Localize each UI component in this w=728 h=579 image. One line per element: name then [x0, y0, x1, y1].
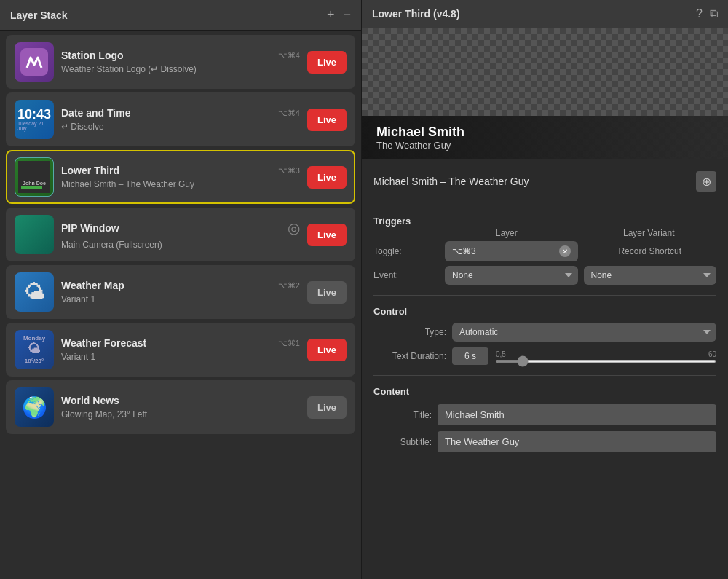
event-label: Event: — [373, 270, 439, 280]
live-btn-datetime[interactable]: Live — [307, 109, 347, 131]
layer-thumb-lowerthird: John Doe — [15, 157, 54, 197]
layer-name-lowerthird: Lower Third — [61, 165, 119, 176]
event-layer-dropdown[interactable]: None — [445, 266, 578, 285]
right-panel-title: Lower Third (v4.8) — [372, 8, 460, 20]
layer-sub-datetime: ↵ Dissolve — [61, 122, 300, 132]
toggle-label: Toggle: — [373, 246, 439, 256]
layer-info-world-news: World News Glowing Map, 23° Left — [61, 395, 300, 420]
control-label: Control — [373, 306, 716, 317]
triggers-label: Triggers — [373, 216, 716, 227]
col-variant-header: Layer Variant — [582, 228, 717, 238]
layer-shortcut-station-logo: ⌥⌘4 — [278, 51, 300, 60]
details-area: Michael Smith – The Weather Guy ⊕ Trigge… — [362, 159, 728, 579]
layer-sub-world-news: Glowing Map, 23° Left — [61, 409, 300, 420]
live-btn-weather-map[interactable]: Live — [307, 281, 347, 304]
toggle-shortcut-display: ⌥⌘3 ✕ — [445, 241, 578, 261]
expand-icon[interactable]: ⧉ — [710, 7, 718, 20]
layer-item-weather-map[interactable]: 🌤 Weather Map ⌥⌘2 Variant 1 Live — [6, 265, 355, 319]
layer-stack-actions: + − — [327, 7, 351, 23]
layer-thumb-datetime: 10:43 Tuesday 21 July — [15, 100, 54, 139]
layer-stack-title: Layer Stack — [10, 9, 68, 21]
layer-sub-weather-forecast: Variant 1 — [61, 352, 300, 362]
preview-title: Michael Smith — [376, 125, 713, 140]
event-variant-dropdown[interactable]: None — [584, 266, 717, 285]
right-header-icons: ? ⧉ — [696, 7, 718, 20]
event-layer-dropdown-wrap: None — [445, 266, 578, 285]
lt-bar — [21, 186, 42, 189]
event-variant-dropdown-wrap: None — [584, 266, 717, 285]
type-dropdown[interactable]: Automatic — [452, 323, 716, 342]
duration-value: 6 s — [452, 347, 488, 365]
preview-lower-third: Michael Smith The Weather Guy — [362, 116, 728, 159]
remove-layer-button[interactable]: − — [343, 7, 351, 23]
subtitle-input[interactable] — [438, 431, 716, 452]
layer-info-station-logo: Station Logo ⌥⌘4 Weather Station Logo (↵… — [61, 50, 300, 74]
add-layer-button[interactable]: + — [327, 7, 335, 23]
live-btn-lowerthird[interactable]: Live — [307, 166, 347, 189]
clear-shortcut-button[interactable]: ✕ — [559, 245, 571, 257]
layer-stack-panel: Layer Stack + − Station Logo ⌥⌘4 Weather — [0, 0, 362, 579]
layer-name-station-logo: Station Logo — [61, 50, 124, 61]
layer-item-date-time[interactable]: 10:43 Tuesday 21 July Date and Time ⌥⌘4 … — [6, 92, 355, 146]
layer-name-row-pip: PIP Window ◎ — [61, 219, 300, 237]
control-section: Control Type: Automatic Text Duration: 6… — [373, 306, 716, 365]
content-section: Content Title: Subtitle: — [373, 386, 716, 452]
layer-name-weather-forecast: Weather Forecast — [61, 337, 146, 349]
preview-subtitle: The Weather Guy — [376, 140, 713, 151]
layer-info-weather-forecast: Weather Forecast ⌥⌘1 Variant 1 — [61, 337, 300, 362]
forecast-thumb-label: Monday 🌤 18°/23° — [23, 335, 45, 365]
record-shortcut-button[interactable]: Record Shortcut — [584, 246, 717, 256]
layer-info-datetime: Date and Time ⌥⌘4 ↵ Dissolve — [61, 107, 300, 132]
layer-thumb-station-logo — [15, 42, 54, 82]
copy-button[interactable]: ⊕ — [696, 171, 716, 192]
duration-slider-container: 0,5 60 — [496, 350, 716, 363]
layer-item-lower-third[interactable]: John Doe Lower Third ⌥⌘3 Michael Smith –… — [6, 150, 355, 204]
layer-item-pip[interactable]: PIP Window ◎ Main Camera (Fullscreen) Li… — [6, 208, 355, 261]
event-row: Event: None None — [373, 266, 716, 285]
triggers-col-headers: Layer Layer Variant — [439, 228, 716, 238]
subtitle-label: Subtitle: — [373, 437, 432, 447]
content-label: Content — [373, 386, 716, 397]
divider-1 — [373, 205, 716, 205]
duration-label: Text Duration: — [373, 351, 446, 361]
duration-value-row: 6 s 0,5 60 — [452, 347, 716, 365]
toggle-row: Toggle: ⌥⌘3 ✕ Record Shortcut — [373, 241, 716, 261]
title-label: Title: — [373, 410, 432, 420]
preview-area: Michael Smith The Weather Guy — [362, 28, 728, 159]
lt-preview-name: John Doe — [21, 181, 47, 186]
duration-row: Text Duration: 6 s 0,5 60 — [373, 347, 716, 365]
layer-info-lowerthird: Lower Third ⌥⌘3 Michael Smith – The Weat… — [61, 165, 300, 189]
layer-name-row-station: Station Logo ⌥⌘4 — [61, 50, 300, 61]
layer-shortcut-pip: ◎ — [288, 219, 300, 237]
layer-shortcut-lowerthird: ⌥⌘3 — [278, 166, 300, 176]
layer-item-weather-forecast[interactable]: Monday 🌤 18°/23° Weather Forecast ⌥⌘1 Va… — [6, 323, 355, 377]
layer-list: Station Logo ⌥⌘4 Weather Station Logo (↵… — [0, 31, 361, 579]
help-icon[interactable]: ? — [696, 7, 703, 20]
live-btn-weather-forecast[interactable]: Live — [307, 339, 347, 361]
triggers-section: Triggers Layer Layer Variant Toggle: ⌥⌘3… — [373, 216, 716, 285]
layer-shortcut-weather-map: ⌥⌘2 — [278, 281, 300, 291]
layer-name-weather-map: Weather Map — [61, 280, 124, 291]
type-dropdown-wrap: Automatic — [452, 323, 716, 342]
layer-thumb-pip — [15, 215, 54, 254]
layer-name-row-lowerthird: Lower Third ⌥⌘3 — [61, 165, 300, 176]
layer-thumb-weather-forecast: Monday 🌤 18°/23° — [15, 330, 54, 369]
layer-detail-name: Michael Smith – The Weather Guy — [373, 176, 529, 187]
col-layer-header: Layer — [439, 228, 574, 238]
divider-2 — [373, 295, 716, 296]
live-btn-station-logo[interactable]: Live — [307, 51, 347, 74]
right-header: Lower Third (v4.8) ? ⧉ — [362, 0, 728, 28]
layer-item-world-news[interactable]: 🌍 World News Glowing Map, 23° Left Live — [6, 380, 355, 434]
layer-name-row-weather-forecast: Weather Forecast ⌥⌘1 — [61, 337, 300, 349]
layer-name-world-news: World News — [61, 395, 119, 406]
live-btn-pip[interactable]: Live — [307, 224, 347, 246]
toggle-shortcut-text: ⌥⌘3 — [452, 246, 476, 256]
duration-slider[interactable] — [496, 360, 716, 363]
layer-item-station-logo[interactable]: Station Logo ⌥⌘4 Weather Station Logo (↵… — [6, 35, 355, 89]
right-panel: Lower Third (v4.8) ? ⧉ Michael Smith The… — [362, 0, 728, 579]
title-input[interactable] — [438, 404, 716, 425]
live-btn-world-news[interactable]: Live — [307, 396, 347, 419]
station-logo-icon — [20, 48, 48, 76]
layer-name-pip: PIP Window — [61, 222, 119, 234]
datetime-date: Tuesday 21 July — [17, 121, 51, 131]
